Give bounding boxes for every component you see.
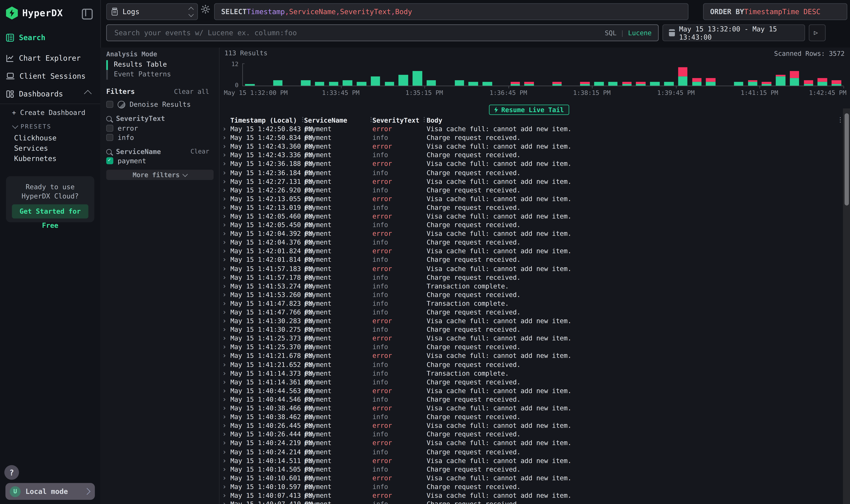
row-expand-chevron[interactable]: › xyxy=(220,466,230,473)
scrollbar-track[interactable] xyxy=(843,108,850,504)
help-button[interactable]: ? xyxy=(4,465,19,480)
table-row[interactable]: ›May 15 1:42:04.376 PMpaymentinfoCharge … xyxy=(220,238,838,247)
table-row[interactable]: ›May 15 1:40:44.546 PMpaymentinfoCharge … xyxy=(220,395,838,404)
tab-event-patterns[interactable]: Event Patterns xyxy=(114,70,171,78)
error-checkbox[interactable] xyxy=(106,125,113,132)
row-expand-chevron[interactable]: › xyxy=(220,370,230,377)
table-row[interactable]: ›May 15 1:41:21.678 PMpaymenterrorVisa c… xyxy=(220,352,838,360)
row-expand-chevron[interactable]: › xyxy=(220,125,230,133)
row-expand-chevron[interactable]: › xyxy=(220,239,230,247)
select-clause-input[interactable]: SELECT Timestamp, ServiceName, SeverityT… xyxy=(214,3,688,20)
row-expand-chevron[interactable]: › xyxy=(220,413,230,421)
row-expand-chevron[interactable]: › xyxy=(220,448,230,456)
table-row[interactable]: ›May 15 1:41:57.183 PMpaymenterrorVisa c… xyxy=(220,264,838,273)
histogram-bar[interactable] xyxy=(385,82,394,86)
row-expand-chevron[interactable]: › xyxy=(220,204,230,211)
order-by-input[interactable]: ORDER BY TimestampTime DESC xyxy=(703,3,847,20)
table-row[interactable]: ›May 15 1:42:13.019 PMpaymentinfoCharge … xyxy=(220,203,838,212)
table-row[interactable]: ›May 15 1:40:24.214 PMpaymentinfoCharge … xyxy=(220,448,838,456)
table-options-icon[interactable]: ⋮ xyxy=(837,117,843,122)
table-row[interactable]: ›May 15 1:41:25.370 PMpaymentinfoCharge … xyxy=(220,343,838,352)
row-expand-chevron[interactable]: › xyxy=(220,335,230,342)
get-started-button[interactable]: Get Started for Free xyxy=(12,204,88,218)
row-expand-chevron[interactable]: › xyxy=(220,212,230,220)
row-expand-chevron[interactable]: › xyxy=(220,317,230,325)
table-row[interactable]: ›May 15 1:42:36.188 PMpaymenterrorVisa c… xyxy=(220,160,838,168)
row-expand-chevron[interactable]: › xyxy=(220,282,230,290)
row-expand-chevron[interactable]: › xyxy=(220,361,230,368)
table-row[interactable]: ›May 15 1:41:14.373 PMpaymentinfoTransac… xyxy=(220,369,838,378)
run-query-button[interactable] xyxy=(809,24,826,41)
row-expand-chevron[interactable]: › xyxy=(220,483,230,490)
row-expand-chevron[interactable]: › xyxy=(220,352,230,360)
histogram-bar[interactable] xyxy=(818,78,827,86)
row-expand-chevron[interactable]: › xyxy=(220,186,230,194)
tab-results-table[interactable]: Results Table xyxy=(114,60,167,68)
table-row[interactable]: ›May 15 1:42:05.460 PMpaymenterrorVisa c… xyxy=(220,212,838,221)
table-row[interactable]: ›May 15 1:42:05.450 PMpaymentinfoCharge … xyxy=(220,221,838,229)
histogram-bar[interactable] xyxy=(552,82,562,86)
table-row[interactable]: ›May 15 1:41:30.275 PMpaymentinfoCharge … xyxy=(220,325,838,334)
filter-option-payment[interactable]: payment xyxy=(106,157,146,165)
histogram-bar[interactable] xyxy=(832,80,841,86)
payment-checkbox[interactable] xyxy=(106,157,113,164)
table-row[interactable]: ›May 15 1:42:43.360 PMpaymenterrorVisa c… xyxy=(220,142,838,151)
histogram-bar[interactable] xyxy=(301,80,310,86)
histogram-bar[interactable] xyxy=(371,76,380,86)
preset-kubernetes[interactable]: Kubernetes xyxy=(14,155,56,163)
row-expand-chevron[interactable]: › xyxy=(220,474,230,482)
table-row[interactable]: ›May 15 1:41:47.766 PMpaymentinfoCharge … xyxy=(220,308,838,317)
row-expand-chevron[interactable]: › xyxy=(220,248,230,255)
preset-services[interactable]: Services xyxy=(14,144,48,152)
histogram-bar[interactable] xyxy=(580,82,590,86)
search-bar[interactable]: SQL | Lucene xyxy=(106,24,658,41)
date-range-picker[interactable]: May 15 13:32:00 - May 15 13:43:00 xyxy=(662,24,805,41)
histogram-bar[interactable] xyxy=(678,67,687,86)
preset-clickhouse[interactable]: Clickhouse xyxy=(14,134,56,142)
row-expand-chevron[interactable]: › xyxy=(220,300,230,307)
histogram-bar[interactable] xyxy=(706,78,716,86)
histogram-bar[interactable] xyxy=(636,82,646,86)
table-row[interactable]: ›May 15 1:41:47.823 PMpaymentinfoTransac… xyxy=(220,299,838,308)
table-row[interactable]: ›May 15 1:40:10.597 PMpaymentinfoCharge … xyxy=(220,482,838,491)
table-row[interactable]: ›May 15 1:40:14.511 PMpaymenterrorVisa c… xyxy=(220,456,838,465)
row-expand-chevron[interactable]: › xyxy=(220,134,230,142)
row-expand-chevron[interactable]: › xyxy=(220,378,230,386)
sidebar-item-search[interactable]: Search xyxy=(0,30,100,44)
sidebar-item-client-sessions[interactable]: Client Sessions xyxy=(0,69,100,83)
histogram-bar[interactable] xyxy=(776,74,785,86)
row-expand-chevron[interactable]: › xyxy=(220,160,230,168)
info-checkbox[interactable] xyxy=(106,134,113,141)
table-row[interactable]: ›May 15 1:40:38.466 PMpaymenterrorVisa c… xyxy=(220,404,838,413)
histogram-bar[interactable] xyxy=(692,78,701,86)
row-expand-chevron[interactable]: › xyxy=(220,457,230,464)
histogram-bar[interactable] xyxy=(650,82,659,86)
row-expand-chevron[interactable]: › xyxy=(220,387,230,395)
filter-option-info[interactable]: info xyxy=(106,133,134,142)
row-expand-chevron[interactable]: › xyxy=(220,404,230,412)
row-expand-chevron[interactable]: › xyxy=(220,439,230,447)
histogram-bar[interactable] xyxy=(804,80,813,86)
table-row[interactable]: ›May 15 1:42:43.336 PMpaymentinfoCharge … xyxy=(220,151,838,160)
table-row[interactable]: ›May 15 1:40:44.563 PMpaymenterrorVisa c… xyxy=(220,386,838,395)
table-row[interactable]: ›May 15 1:41:57.178 PMpaymentinfoCharge … xyxy=(220,273,838,282)
histogram-bar[interactable] xyxy=(594,82,603,86)
histogram-bar[interactable] xyxy=(510,82,520,86)
denoise-filter-row[interactable]: Denoise Results xyxy=(106,100,191,108)
table-row[interactable]: ›May 15 1:42:26.920 PMpaymentinfoCharge … xyxy=(220,186,838,195)
table-row[interactable]: ›May 15 1:40:07.413 PMpaymenterrorVisa c… xyxy=(220,491,838,500)
table-row[interactable]: ›May 15 1:42:01.824 PMpaymenterrorVisa c… xyxy=(220,247,838,255)
filter-option-error[interactable]: error xyxy=(106,124,138,132)
local-mode-menu[interactable]: U Local mode xyxy=(5,483,95,500)
table-row[interactable]: ›May 15 1:40:38.462 PMpaymentinfoCharge … xyxy=(220,413,838,421)
row-expand-chevron[interactable]: › xyxy=(220,396,230,403)
row-expand-chevron[interactable]: › xyxy=(220,230,230,238)
table-row[interactable]: ›May 15 1:42:01.814 PMpaymentinfoCharge … xyxy=(220,255,838,264)
table-row[interactable]: ›May 15 1:40:07.410 PMpaymentinfoCharge … xyxy=(220,500,838,504)
sidebar-item-chart-explorer[interactable]: Chart Explorer xyxy=(0,51,100,65)
presets-header[interactable]: PRESETS xyxy=(13,123,51,130)
table-row[interactable]: ›May 15 1:41:53.260 PMpaymentinfoCharge … xyxy=(220,290,838,299)
histogram-bar[interactable] xyxy=(622,82,632,86)
histogram-bar[interactable] xyxy=(245,84,254,86)
histogram-bar[interactable] xyxy=(273,80,282,86)
